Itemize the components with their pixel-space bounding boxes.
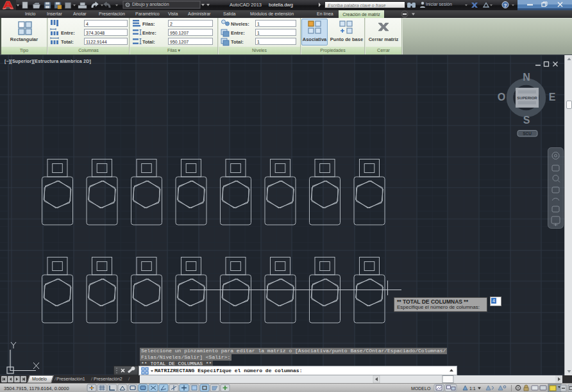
svg-text:O: O xyxy=(498,92,505,102)
svg-text:N: N xyxy=(523,72,530,83)
svg-text:E: E xyxy=(549,92,556,102)
svg-text:?: ? xyxy=(504,3,507,8)
svg-text:SCU: SCU xyxy=(523,131,532,136)
svg-text:SUPERIOR: SUPERIOR xyxy=(517,96,537,100)
svg-text:S: S xyxy=(523,115,530,126)
svg-text:1:1: 1:1 xyxy=(469,386,476,391)
svg-text:MODELO: MODELO xyxy=(411,386,431,391)
